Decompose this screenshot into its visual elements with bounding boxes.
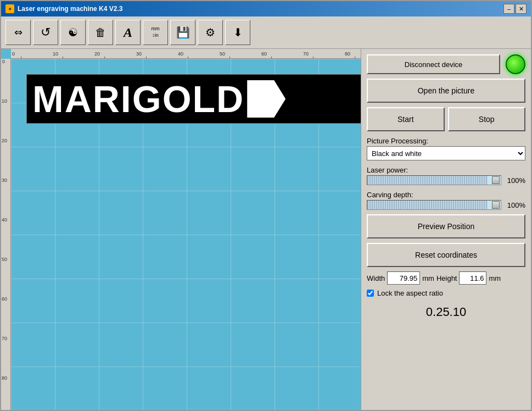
text-button[interactable]: A: [115, 20, 141, 45]
main-content: 0 10 20 30 40 50 60 70 80: [1, 49, 531, 410]
ruler-tick-60: 60: [261, 51, 267, 57]
minimize-button[interactable]: –: [503, 4, 514, 14]
rotate-button[interactable]: ↺: [33, 20, 58, 45]
version-display: 0.25.10: [367, 302, 525, 323]
status-led: [506, 54, 525, 74]
ruler-tick-10: 10: [53, 51, 58, 57]
carving-depth-label: Carving depth:: [367, 190, 525, 200]
ruler-tick-40: 40: [178, 51, 183, 57]
ruler-left-40: 40: [2, 217, 7, 223]
ruler-tick-80: 80: [345, 51, 350, 57]
settings-button[interactable]: ⚙: [198, 20, 223, 45]
laser-power-thumb[interactable]: [492, 176, 500, 184]
ruler-tick-70: 70: [303, 51, 309, 57]
close-button[interactable]: ✕: [516, 4, 527, 14]
main-window: ✦ Laser engraving machine K4 V2.3 – ✕ ⇔ …: [0, 0, 532, 411]
canvas-area: 0 10 20 30 40 50 60 70 80: [1, 49, 361, 410]
carving-depth-track: [367, 200, 501, 210]
laser-power-label: Laser power:: [367, 165, 525, 175]
left-ruler: 0 10 20 30 40 50 60 70 80: [1, 59, 11, 410]
titlebar: ✦ Laser engraving machine K4 V2.3 – ✕: [1, 1, 531, 16]
laser-power-fill: [367, 176, 488, 185]
processing-select[interactable]: Black and white Grayscale Color: [367, 146, 525, 160]
laser-power-value: 100%: [505, 176, 525, 185]
toolbar: ⇔ ↺ ☯ 🗑 A mm↕in 💾 ⚙ ⬇: [1, 16, 531, 49]
window-controls: – ✕: [503, 4, 527, 14]
open-picture-button[interactable]: Open the picture: [367, 79, 525, 103]
units-button[interactable]: mm↕in: [143, 20, 168, 45]
ruler-left-10: 10: [2, 98, 7, 104]
titlebar-left: ✦ Laser engraving machine K4 V2.3: [5, 4, 122, 13]
carving-depth-slider-row: 100%: [367, 200, 525, 210]
ruler-left-0: 0: [2, 59, 5, 64]
ruler-left-30: 30: [2, 177, 7, 183]
window-title: Laser engraving machine K4 V2.3: [18, 5, 122, 13]
right-panel: Disconnect device Open the picture Start…: [361, 49, 531, 410]
start-button[interactable]: Start: [367, 107, 445, 131]
marigold-text: MARIGOLD: [32, 77, 244, 120]
connect-row: Disconnect device: [367, 54, 525, 74]
laser-power-slider-row: 100%: [367, 175, 525, 185]
ruler-left-80: 80: [2, 375, 7, 381]
ruler-tick-30: 30: [136, 51, 142, 57]
mirror-button[interactable]: ⇔: [5, 20, 31, 45]
height-input[interactable]: [459, 271, 486, 285]
mm-label-1: mm: [422, 274, 434, 282]
reset-coordinates-button[interactable]: Reset coordinates: [367, 243, 525, 267]
laser-power-track: [367, 175, 501, 185]
carving-depth-value: 100%: [505, 201, 525, 209]
arrow-shape: [247, 80, 285, 118]
lock-ratio-row: Lock the aspect ratio: [367, 289, 525, 297]
carving-depth-section: Carving depth: 100%: [367, 190, 525, 210]
image-preview: MARIGOLD: [26, 74, 361, 124]
top-ruler: 0 10 20 30 40 50 60 70 80: [11, 49, 361, 59]
preview-position-button[interactable]: Preview Position: [367, 214, 525, 238]
carving-depth-thumb[interactable]: [492, 201, 500, 209]
width-label: Width: [367, 274, 385, 282]
lock-ratio-label: Lock the aspect ratio: [377, 289, 443, 297]
app-icon: ✦: [5, 4, 14, 13]
picture-processing-label: Picture Processing:: [367, 136, 525, 146]
picture-processing-section: Picture Processing: Black and white Gray…: [367, 136, 525, 160]
ruler-left-60: 60: [2, 296, 7, 302]
download-button[interactable]: ⬇: [225, 20, 250, 45]
ruler-tick-20: 20: [94, 51, 100, 57]
width-input[interactable]: [387, 271, 420, 285]
delete-button[interactable]: 🗑: [88, 20, 113, 45]
canvas-grid: MARIGOLD: [11, 59, 361, 410]
laser-power-section: Laser power: 100%: [367, 165, 525, 185]
stop-button[interactable]: Stop: [448, 107, 526, 131]
disconnect-button[interactable]: Disconnect device: [367, 54, 500, 74]
lock-ratio-checkbox[interactable]: [367, 290, 374, 297]
ruler-tick-0: 0: [12, 51, 15, 57]
ruler-left-20: 20: [2, 138, 7, 143]
invert-button[interactable]: ☯: [60, 20, 86, 45]
start-stop-row: Start Stop: [367, 107, 525, 131]
height-label: Height: [436, 274, 457, 282]
carving-depth-fill: [367, 201, 488, 209]
ruler-left-70: 70: [2, 336, 7, 341]
dimensions-row: Width mm Height mm: [367, 271, 525, 285]
mm-label-2: mm: [489, 274, 501, 282]
ruler-left-50: 50: [2, 257, 7, 262]
ruler-tick-50: 50: [220, 51, 225, 57]
save-button[interactable]: 💾: [170, 20, 195, 45]
image-preview-inner: MARIGOLD: [27, 75, 361, 123]
processing-dropdown-row: Black and white Grayscale Color: [367, 146, 525, 160]
